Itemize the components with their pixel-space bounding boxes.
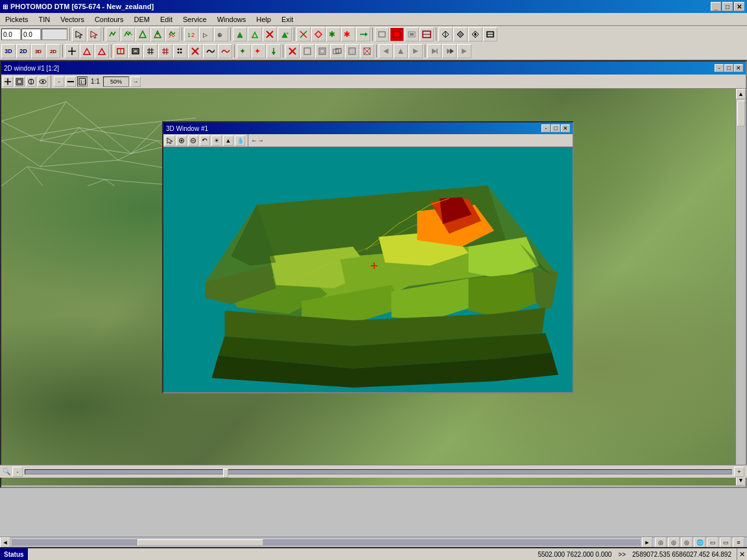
row2-sq-2[interactable] <box>315 44 329 58</box>
nav-icon-5[interactable]: ▭ <box>707 537 718 548</box>
tool-btn-8[interactable]: ⊕ <box>214 27 228 41</box>
row2-nav-r2[interactable] <box>427 44 442 58</box>
win2d-minimize[interactable]: - <box>715 64 724 72</box>
map-scroll-vertical[interactable]: ▲ ▼ <box>735 89 746 485</box>
row2-star-g[interactable]: ✦ <box>237 44 251 58</box>
tool-btn-4[interactable] <box>150 27 165 41</box>
2d-tb-zoom-sel[interactable]: 1:1 <box>77 76 88 87</box>
row2-nav-right[interactable] <box>409 44 423 58</box>
tool-cross-1[interactable] <box>296 27 311 41</box>
tool-nav-4[interactable] <box>483 27 497 41</box>
scale-input[interactable] <box>42 29 67 40</box>
zoom-slider-thumb[interactable] <box>223 469 228 478</box>
hscroll-left-btn[interactable]: ◄ <box>0 537 10 548</box>
2d-tb-minus[interactable]: - <box>54 76 64 87</box>
nav-icon-7[interactable]: ≡ <box>733 537 744 548</box>
row2-grid2[interactable] <box>158 44 172 58</box>
row2-nav-r3[interactable] <box>442 44 456 58</box>
menu-dem[interactable]: DEM <box>129 13 155 25</box>
nav-icon-2[interactable]: ◎ <box>668 537 680 548</box>
select-btn[interactable] <box>72 27 86 41</box>
hscroll-track[interactable] <box>12 539 641 546</box>
value-input-1[interactable] <box>1 29 21 40</box>
nav-icon-1[interactable]: ◎ <box>655 537 667 548</box>
tool-nav-3[interactable] <box>468 27 482 41</box>
row2-sq-3[interactable] <box>330 44 344 58</box>
3d-tb-cursor[interactable] <box>165 135 175 146</box>
row2-cross-2[interactable] <box>285 44 300 58</box>
map-canvas[interactable]: 3D Window #1 - □ ✕ ☀ ▲ 💧 ←→ <box>1 89 746 485</box>
zoom-plus-btn[interactable]: + <box>734 467 744 477</box>
minimize-button[interactable]: _ <box>711 2 721 11</box>
tool-btn-3[interactable] <box>136 27 150 41</box>
menu-service[interactable]: Service <box>178 13 212 25</box>
select2-btn[interactable] <box>87 27 101 41</box>
nav-icon-6[interactable]: ▭ <box>720 537 731 548</box>
row2-tri-2[interactable] <box>95 44 109 58</box>
scroll-thumb-v[interactable] <box>737 100 745 126</box>
row2-rect-2[interactable] <box>128 44 143 58</box>
zoom-icon-minus[interactable]: 🔍 <box>3 468 10 475</box>
tool-star-2[interactable]: ✱ <box>341 27 355 41</box>
tool-cross-2[interactable] <box>311 27 326 41</box>
mode-2d-1[interactable]: 2D <box>16 44 30 58</box>
row2-nav-r4[interactable] <box>457 44 471 58</box>
scroll-up-btn[interactable]: ▲ <box>736 89 746 99</box>
hscroll-right-btn[interactable]: ► <box>642 537 652 548</box>
title-controls[interactable]: _ □ ✕ <box>711 2 744 11</box>
win3d-maximize[interactable]: □ <box>551 124 560 132</box>
win3d-close[interactable]: ✕ <box>561 124 570 132</box>
value-input-2[interactable] <box>21 29 41 40</box>
mode-3d[interactable]: 3D <box>1 44 16 58</box>
tool-btn-6[interactable]: 12 <box>184 27 198 41</box>
win2d-close[interactable]: ✕ <box>734 64 743 72</box>
tool-tri-1[interactable] <box>233 27 247 41</box>
win2d-maximize[interactable]: □ <box>724 64 733 72</box>
menu-help[interactable]: Help <box>251 13 276 25</box>
tool-btn-2[interactable] <box>121 27 135 41</box>
tool-star-1[interactable]: ✱ <box>326 27 340 41</box>
menu-vectors[interactable]: Vectors <box>55 13 89 25</box>
row2-tri-1[interactable] <box>80 44 94 58</box>
row2-nav-up[interactable] <box>394 44 408 58</box>
status-close-btn[interactable]: ✕ <box>737 548 747 560</box>
2d-tb-view1[interactable] <box>14 76 25 87</box>
window-2d-controls[interactable]: - □ ✕ <box>715 64 743 72</box>
tool-x-1[interactable] <box>263 27 277 41</box>
tool-btn-1[interactable] <box>106 27 120 41</box>
maximize-button[interactable]: □ <box>722 2 733 11</box>
tool-rect-2[interactable] <box>390 27 404 41</box>
row2-arrow-g[interactable] <box>267 44 281 58</box>
zoom-minus-btn[interactable]: - <box>12 467 23 477</box>
mode-2d-2[interactable]: 2D <box>46 44 60 58</box>
menu-contours[interactable]: Contours <box>89 13 129 25</box>
2d-zoom-input[interactable]: 50% <box>103 76 129 87</box>
row2-xrect[interactable] <box>360 44 374 58</box>
tool-plus-1[interactable]: + <box>278 27 292 41</box>
win3d-minimize[interactable]: - <box>541 124 551 132</box>
menu-tin[interactable]: TIN <box>33 13 55 25</box>
tool-btn-5[interactable] <box>165 27 180 41</box>
tool-tri-2[interactable] <box>248 27 262 41</box>
row2-cross[interactable] <box>65 44 79 58</box>
row2-sq-4[interactable] <box>345 44 359 58</box>
row2-nav-left[interactable] <box>379 44 393 58</box>
3d-tb-zoom-out[interactable] <box>188 135 198 146</box>
2d-tb-plus[interactable] <box>3 76 13 87</box>
nav-icon-3[interactable]: ◎ <box>681 537 693 548</box>
tool-nav-1[interactable] <box>438 27 453 41</box>
tool-arrow-1[interactable] <box>356 27 370 41</box>
menu-exit[interactable]: Exit <box>276 13 298 25</box>
nav-icon-4[interactable]: 🌐 <box>694 537 706 548</box>
window-3d-controls[interactable]: - □ ✕ <box>541 124 570 132</box>
zoom-slider-track[interactable] <box>25 469 732 474</box>
menu-pickets[interactable]: Pickets <box>0 13 33 25</box>
row2-rect-1[interactable] <box>113 44 128 58</box>
row2-star-r[interactable]: ✦ <box>252 44 266 58</box>
tool-rect-4[interactable] <box>420 27 434 41</box>
3d-tb-rotate[interactable] <box>200 135 210 146</box>
2d-tb-arrow[interactable]: → <box>130 76 141 87</box>
row2-sq-1[interactable] <box>300 44 314 58</box>
menu-windows[interactable]: Windows <box>212 13 252 25</box>
tool-rect-1[interactable] <box>375 27 389 41</box>
